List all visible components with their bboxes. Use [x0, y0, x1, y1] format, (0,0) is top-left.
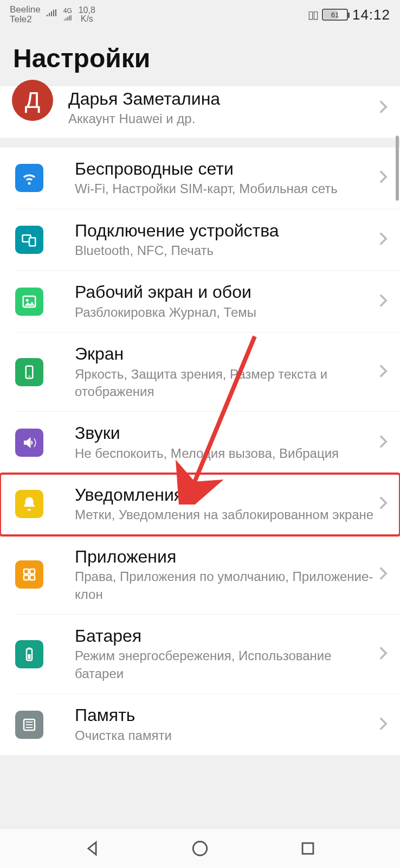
row-title: Приложения — [75, 546, 378, 567]
signal-icon-1 — [46, 9, 57, 20]
row-notifications[interactable]: Уведомления Метки, Уведомления на заблок… — [0, 474, 400, 535]
battery-icon: 61 — [322, 9, 348, 21]
svg-rect-7 — [30, 569, 35, 574]
chevron-right-icon — [378, 293, 388, 310]
row-display[interactable]: Экран Яркость, Защита зрения, Размер тек… — [15, 333, 400, 412]
avatar: Д — [12, 80, 53, 121]
chevron-right-icon — [378, 169, 388, 187]
row-title: Рабочий экран и обои — [75, 282, 378, 302]
row-sub: Очистка памяти — [75, 727, 378, 744]
svg-rect-11 — [28, 647, 31, 649]
row-battery[interactable]: Батарея Режим энергосбережения, Использо… — [15, 615, 400, 694]
phone-display-icon — [15, 358, 43, 386]
nav-back-button[interactable] — [82, 838, 102, 859]
row-title: Память — [75, 705, 378, 725]
nav-recent-button[interactable] — [298, 838, 318, 859]
account-name: Дарья Заметалина — [68, 88, 378, 109]
nav-bar — [0, 828, 400, 868]
svg-rect-12 — [28, 654, 31, 659]
chevron-right-icon — [378, 99, 388, 117]
chevron-right-icon — [378, 646, 388, 663]
row-sub: Bluetooth, NFC, Печать — [75, 242, 378, 259]
chevron-right-icon — [378, 566, 388, 583]
svg-point-18 — [193, 841, 207, 856]
row-sub: Wi-Fi, Настройки SIM-карт, Мобильная сет… — [75, 180, 378, 197]
row-sub: Права, Приложения по умолчанию, Приложен… — [75, 568, 378, 603]
nav-home-button[interactable] — [190, 838, 210, 859]
network-speed: 10,8 K/s — [79, 6, 95, 23]
page-title: Настройки — [0, 27, 400, 86]
row-wireless[interactable]: Беспроводные сети Wi-Fi, Настройки SIM-к… — [15, 148, 400, 209]
storage-icon — [15, 711, 43, 739]
row-home-wallpaper[interactable]: Рабочий экран и обои Разблокировка Журна… — [15, 271, 400, 333]
svg-rect-1 — [29, 238, 35, 246]
svg-rect-6 — [24, 569, 29, 574]
account-sub: Аккаунт Huawei и др. — [68, 110, 378, 127]
row-sounds[interactable]: Звуки Не беспокоить, Мелодия вызова, Виб… — [15, 412, 400, 474]
status-bar: Beeline Tele2 4G 10,8 K/s ▯▯ 61 14:12 — [0, 0, 400, 27]
chevron-right-icon — [378, 363, 388, 381]
row-title: Уведомления — [75, 484, 376, 505]
row-title: Звуки — [75, 423, 378, 443]
row-title: Экран — [75, 343, 378, 364]
picture-icon — [15, 288, 43, 316]
svg-rect-9 — [30, 576, 35, 580]
svg-rect-8 — [24, 576, 29, 580]
svg-point-5 — [29, 375, 30, 377]
chevron-right-icon — [378, 495, 388, 513]
row-device-connect[interactable]: Подключение устройства Bluetooth, NFC, П… — [15, 209, 400, 271]
bell-icon — [15, 490, 43, 518]
row-apps[interactable]: Приложения Права, Приложения по умолчани… — [15, 535, 400, 615]
row-title: Батарея — [75, 626, 378, 646]
row-storage[interactable]: Память Очистка памяти — [15, 694, 400, 755]
row-title: Подключение устройства — [75, 220, 378, 241]
wifi-icon — [15, 164, 43, 192]
row-sub: Режим энергосбережения, Использование ба… — [75, 647, 378, 682]
carrier-labels: Beeline Tele2 — [10, 5, 41, 24]
svg-rect-19 — [302, 843, 313, 854]
signal-icon-2: 4G — [62, 8, 73, 22]
row-title: Беспроводные сети — [75, 158, 378, 179]
device-connect-icon — [15, 226, 43, 254]
row-sub: Разблокировка Журнал, Темы — [75, 304, 378, 321]
clock: 14:12 — [352, 7, 390, 23]
row-sub: Не беспокоить, Мелодия вызова, Вибрация — [75, 445, 378, 462]
row-sub: Метки, Уведомления на заблокированном эк… — [75, 506, 376, 524]
scrollbar[interactable] — [396, 136, 399, 201]
chevron-right-icon — [378, 231, 388, 248]
chevron-right-icon — [378, 716, 388, 733]
chevron-right-icon — [378, 434, 388, 451]
battery-icon — [15, 640, 43, 668]
speaker-icon — [15, 429, 43, 457]
apps-grid-icon — [15, 560, 43, 589]
vibrate-icon: ▯▯ — [308, 8, 318, 21]
row-sub: Яркость, Защита зрения, Размер текста и … — [75, 366, 378, 401]
account-row[interactable]: Д Дарья Заметалина Аккаунт Huawei и др. — [0, 86, 400, 138]
svg-point-3 — [26, 299, 29, 302]
